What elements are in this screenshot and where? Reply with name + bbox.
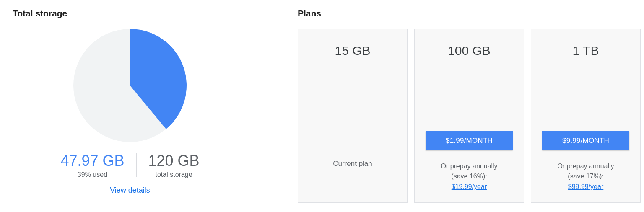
plan-card-15gb: 15 GB Current plan [298,29,408,203]
plan-annual-line: (save 16%): [441,171,497,182]
storage-stats: 47.97 GB 39% used 120 GB total storage [49,153,211,178]
storage-used-value: 47.97 GB [60,153,124,169]
storage-total-block: 120 GB total storage [137,153,211,178]
storage-chart-wrap: 47.97 GB 39% used 120 GB total storage V… [13,23,247,195]
total-storage-section: Total storage 47.97 GB 39% used 120 GB t… [13,8,273,195]
plan-annual-line: (save 17%): [557,171,614,182]
storage-used-block: 47.97 GB 39% used [49,153,136,178]
storage-total-value: 120 GB [148,153,200,169]
plan-buy-button-100gb[interactable]: $1.99/MONTH [426,131,513,150]
plan-size-label: 1 TB [573,44,599,58]
plan-size-label: 100 GB [448,44,491,58]
plans-row: 15 GB Current plan 100 GB $1.99/MONTH Or… [298,29,641,203]
storage-used-sub: 39% used [60,171,124,178]
plans-title: Plans [298,8,641,18]
total-storage-title: Total storage [13,8,273,18]
plans-section: Plans 15 GB Current plan 100 GB $1.99/MO… [298,8,641,203]
plan-annual-price-link[interactable]: $19.99/year [441,182,497,192]
plan-size-label: 15 GB [335,44,370,58]
plan-annual-line: Or prepay annually [441,161,497,172]
storage-total-sub: total storage [148,171,200,178]
plan-buy-button-1tb[interactable]: $9.99/MONTH [542,131,629,150]
plan-card-100gb: 100 GB $1.99/MONTH Or prepay annually (s… [414,29,524,203]
plan-annual-1tb: Or prepay annually (save 17%): $99.99/ye… [557,161,614,192]
plan-annual-line: Or prepay annually [557,161,614,172]
view-details-link[interactable]: View details [110,186,150,195]
current-plan-label: Current plan [333,160,372,168]
plan-annual-100gb: Or prepay annually (save 16%): $19.99/ye… [441,161,497,192]
plan-annual-price-link[interactable]: $99.99/year [557,182,614,192]
storage-pie-chart [71,27,189,144]
plan-card-1tb: 1 TB $9.99/MONTH Or prepay annually (sav… [531,29,641,203]
